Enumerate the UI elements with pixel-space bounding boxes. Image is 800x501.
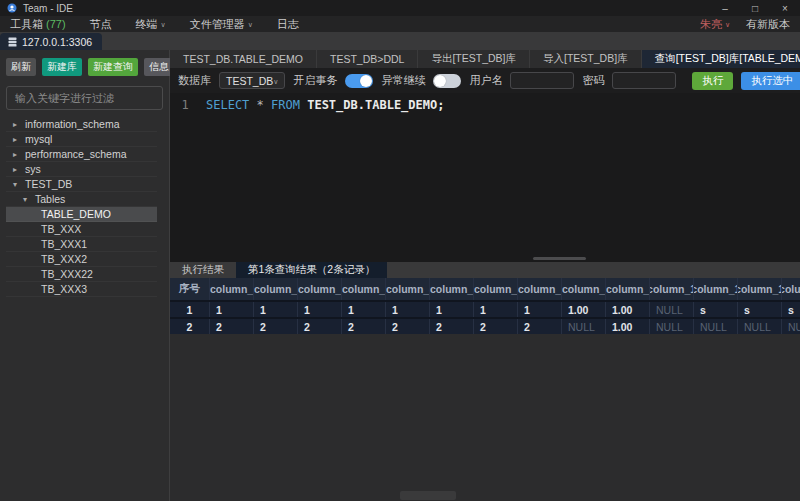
column-header-5: column_4	[386, 278, 430, 300]
chevron-down-icon: ∨	[273, 78, 278, 86]
tree-item-tb_xxx2[interactable]: TB_XXX2	[6, 252, 157, 267]
column-header-9: column_8	[562, 278, 606, 300]
tree-item-tb_xxx1[interactable]: TB_XXX1	[6, 237, 157, 252]
main-panel: TEST_DB.TABLE_DEMOTEST_DB>DDL导出[TEST_DB]…	[170, 50, 800, 501]
menu-right: 朱亮 ∨ 有新版本	[700, 17, 790, 32]
table-cell: 1	[210, 302, 254, 317]
menu-item-2[interactable]: 终端∨	[136, 17, 166, 32]
chevron-collapsed-icon: ▸	[13, 120, 20, 129]
search-input[interactable]	[6, 86, 163, 110]
database-select[interactable]: TEST_DB ∨	[219, 72, 285, 89]
menu-item-0[interactable]: 工具箱(77)	[10, 17, 66, 32]
table-cell: 1	[254, 302, 298, 317]
table-cell: 2	[210, 319, 254, 334]
table-cell: 2	[254, 319, 298, 334]
execute-button[interactable]: 执行	[692, 72, 733, 90]
table-row[interactable]: 222222222NULL1.00NULLNULLNULLNULL	[170, 317, 800, 334]
menu-item-1[interactable]: 节点	[90, 17, 112, 32]
database-tree: ▸information_schema▸mysql▸performance_sc…	[0, 117, 169, 297]
close-button[interactable]: ×	[770, 0, 800, 16]
sidebar-button-0[interactable]: 刷新	[6, 58, 36, 76]
column-header-1: column_0	[210, 278, 254, 300]
tab-1[interactable]: TEST_DB>DDL	[317, 50, 418, 68]
row-index-cell: 1	[170, 302, 210, 317]
sidebar-button-1[interactable]: 新建库	[42, 58, 82, 76]
connection-tab[interactable]: 127.0.0.1:3306	[0, 33, 102, 50]
tab-2[interactable]: 导出[TEST_DB]库	[418, 50, 530, 68]
tree-item-performance_schema[interactable]: ▸performance_schema	[6, 147, 157, 162]
transaction-label: 开启事务	[293, 73, 337, 88]
column-header-10: column_9	[606, 278, 650, 300]
user-menu[interactable]: 朱亮 ∨	[700, 17, 730, 32]
sql-token-plain	[249, 98, 256, 112]
continue-on-error-toggle[interactable]	[433, 74, 461, 88]
transaction-toggle[interactable]	[345, 74, 373, 88]
toggle-knob	[360, 75, 372, 87]
username-label: 用户名	[469, 73, 502, 88]
tree-item-label: TABLE_DEMO	[41, 208, 111, 220]
results-table: 序号column_0column_1column_2column_3column…	[170, 278, 800, 334]
menu-bar: 工具箱(77)节点终端∨文件管理器∨日志 朱亮 ∨ 有新版本	[0, 16, 800, 32]
tree-item-tb_xxx[interactable]: TB_XXX	[6, 222, 157, 237]
new-version-link[interactable]: 有新版本	[746, 17, 790, 32]
menu-item-3[interactable]: 文件管理器∨	[190, 17, 253, 32]
app-window: Team - IDE – □ × 工具箱(77)节点终端∨文件管理器∨日志 朱亮…	[0, 0, 800, 501]
column-header-3: column_2	[298, 278, 342, 300]
menu-item-label: 日志	[277, 17, 299, 32]
username-input[interactable]	[510, 72, 574, 89]
content: 刷新新建库新建查询信息 ▸information_schema▸mysql▸pe…	[0, 50, 800, 501]
editor-horizontal-scrollbar[interactable]	[533, 257, 586, 260]
table-cell: 1	[342, 302, 386, 317]
table-cell: 1.00	[562, 302, 606, 317]
sql-token-keyword: SELECT	[206, 98, 249, 112]
tree-item-test_db[interactable]: ▾TEST_DB	[6, 177, 157, 192]
tree-item-mysql[interactable]: ▸mysql	[6, 132, 157, 147]
tree-item-tables[interactable]: ▾Tables	[6, 192, 157, 207]
menu-items: 工具箱(77)节点终端∨文件管理器∨日志	[10, 17, 299, 32]
result-tab-1[interactable]: 第1条查询结果（2条记录）	[236, 262, 387, 278]
tree-item-table_demo[interactable]: TABLE_DEMO	[6, 207, 157, 222]
table-row[interactable]: 1111111111.001.00NULLsss	[170, 300, 800, 317]
tree-item-information_schema[interactable]: ▸information_schema	[6, 117, 157, 132]
table-cell: NULL	[782, 319, 800, 334]
table-cell: s	[738, 302, 782, 317]
results-panel: 执行结果第1条查询结果（2条记录） 序号column_0column_1colu…	[170, 262, 800, 501]
maximize-button[interactable]: □	[740, 0, 770, 16]
result-tab-0[interactable]: 执行结果	[170, 262, 236, 278]
sidebar-button-2[interactable]: 新建查询	[88, 58, 138, 76]
minimize-button[interactable]: –	[710, 0, 740, 16]
table-cell: NULL	[650, 302, 694, 317]
tab-0[interactable]: TEST_DB.TABLE_DEMO	[170, 50, 317, 68]
column-header-6: column_5	[430, 278, 474, 300]
editor-tab-bar: TEST_DB.TABLE_DEMOTEST_DB>DDL导出[TEST_DB]…	[170, 50, 800, 68]
chevron-down-icon: ∨	[725, 21, 730, 29]
column-header-13: column_12	[738, 278, 782, 300]
chevron-expanded-icon: ▾	[13, 180, 20, 189]
menu-item-label: 终端	[136, 17, 158, 32]
sql-editor[interactable]: 1 SELECT * FROM TEST_DB.TABLE_DEMO;	[170, 93, 800, 262]
sql-token-identifier: TEST_DB.TABLE_DEMO;	[300, 98, 445, 112]
table-cell: NULL	[650, 319, 694, 334]
table-cell: 2	[386, 319, 430, 334]
tree-item-label: TB_XXX3	[41, 283, 87, 295]
menu-item-label: 节点	[90, 17, 112, 32]
column-header-7: column_6	[474, 278, 518, 300]
password-input[interactable]	[612, 72, 676, 89]
tree-item-sys[interactable]: ▸sys	[6, 162, 157, 177]
execute-selected-button[interactable]: 执行选中	[741, 72, 800, 90]
connection-tab-label: 127.0.0.1:3306	[22, 36, 92, 48]
table-cell: 2	[474, 319, 518, 334]
table-cell: 1	[474, 302, 518, 317]
column-header-2: column_1	[254, 278, 298, 300]
tab-4[interactable]: 查询[TEST_DB]库[TABLE_DEMO]表SQL	[642, 50, 800, 68]
table-cell: 2	[430, 319, 474, 334]
results-horizontal-scrollbar[interactable]	[400, 491, 456, 500]
window-title: Team - IDE	[23, 3, 73, 14]
table-cell: 1.00	[606, 319, 650, 334]
table-cell: 1	[298, 302, 342, 317]
tree-item-tb_xxx3[interactable]: TB_XXX3	[6, 282, 157, 297]
tab-3[interactable]: 导入[TEST_DB]库	[530, 50, 642, 68]
tree-item-tb_xxx22[interactable]: TB_XXX22	[6, 267, 157, 282]
table-cell: 2	[518, 319, 562, 334]
menu-item-4[interactable]: 日志	[277, 17, 299, 32]
